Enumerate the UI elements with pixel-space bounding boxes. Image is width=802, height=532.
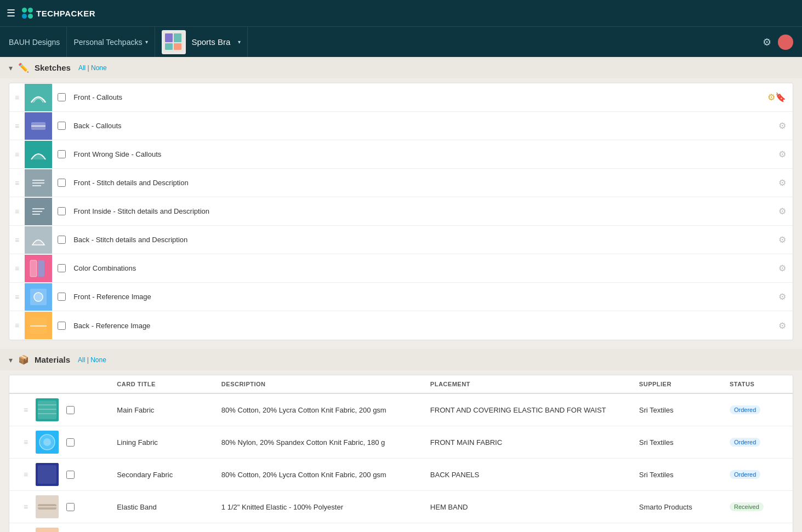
- sketch-checkbox[interactable]: [58, 293, 66, 301]
- drag-handle-icon[interactable]: ≡: [9, 122, 25, 130]
- materials-section-header[interactable]: ▾ 📦 Materials All | None: [0, 349, 802, 370]
- mat-supplier-cell: Smarto Products: [633, 491, 723, 523]
- drag-handle-icon[interactable]: ≡: [9, 236, 25, 244]
- logo-dot-1: [22, 8, 27, 13]
- mat-checkbox[interactable]: [66, 503, 75, 511]
- mat-description-cell: 80% Cotton, 20% Lycra Cotton Knit Fabric…: [215, 393, 424, 426]
- material-row: ≡ Lining Fabric 80% Nylon, 20% Spandex C: [9, 426, 793, 459]
- logo-dot-4: [28, 14, 33, 19]
- drag-handle-icon[interactable]: ≡: [9, 264, 25, 273]
- material-row: ≡ Bra Cups Removable Soft Bra cups - Lig: [9, 523, 793, 533]
- drag-handle-icon[interactable]: ≡: [9, 93, 25, 102]
- sketches-none-link[interactable]: None: [91, 64, 107, 72]
- sketch-settings-button[interactable]: ⚙: [772, 206, 793, 216]
- drag-handle-icon[interactable]: ≡: [9, 179, 25, 187]
- app-name: TECHPACKER: [36, 9, 95, 18]
- status-badge: Ordered: [730, 470, 760, 479]
- sketch-row: ≡ Front Wrong Side - Callouts ⚙: [9, 140, 793, 169]
- sketch-thumb-svg: [27, 285, 50, 308]
- sketch-thumb-svg: [27, 314, 50, 337]
- sketch-settings-button[interactable]: ⚙: [772, 263, 793, 273]
- sketch-row: ≡ Color Combinations ⚙: [9, 254, 793, 283]
- mat-controls-cell: ≡: [9, 459, 110, 491]
- sketches-links: All | None: [78, 64, 107, 72]
- sketch-name: Back - Stitch details and Description: [71, 236, 772, 244]
- mat-status-cell: Ordered: [723, 393, 793, 426]
- sketches-icon: ✏️: [18, 62, 29, 73]
- materials-table: Card Title DESCRIPTION PLACEMENT SUPPLIE…: [9, 375, 793, 532]
- sketches-collapse-icon[interactable]: ▾: [9, 64, 13, 72]
- sketch-settings-button[interactable]: ⚙: [772, 121, 793, 131]
- sketch-row: ≡ Front - Reference Image ⚙: [9, 283, 793, 311]
- mat-placement-cell: ALONG THE FRONT - BETWEEN MAIN FABRIC AN…: [424, 523, 633, 533]
- drag-handle-icon[interactable]: ≡: [9, 207, 25, 216]
- top-nav: ☰ TECHPACKER: [0, 0, 802, 26]
- breadcrumb-actions: ⚙: [763, 35, 793, 50]
- svg-rect-42: [36, 528, 59, 532]
- sketch-settings-button[interactable]: ⚙: [772, 149, 793, 159]
- drag-handle-icon[interactable]: ≡: [9, 321, 25, 330]
- breadcrumb-collection[interactable]: Personal Techpacks ▾: [67, 27, 155, 58]
- drag-handle-icon[interactable]: ≡: [9, 293, 25, 301]
- sketch-checkbox[interactable]: [58, 322, 66, 330]
- mat-drag-handle[interactable]: ≡: [18, 405, 33, 414]
- logo-dot-2: [28, 8, 33, 13]
- status-badge: Ordered: [730, 438, 760, 447]
- sketch-row: ≡ Front - Callouts ⚙🔖: [9, 83, 793, 112]
- collection-chevron-icon: ▾: [145, 39, 148, 45]
- sketch-checkbox[interactable]: [58, 122, 66, 130]
- mat-row-controls: ≡: [14, 428, 106, 456]
- mat-drag-handle[interactable]: ≡: [18, 502, 33, 511]
- sketch-checkbox[interactable]: [58, 236, 66, 244]
- mat-checkbox[interactable]: [66, 471, 75, 479]
- sketch-checkbox[interactable]: [58, 264, 66, 272]
- sketch-checkbox[interactable]: [58, 150, 66, 158]
- logo-icon: [22, 8, 33, 19]
- mat-drag-handle[interactable]: ≡: [18, 438, 33, 447]
- sketch-name: Color Combinations: [71, 264, 772, 272]
- settings-button[interactable]: ⚙: [763, 36, 771, 48]
- mat-supplier-cell: Sri Textiles: [633, 459, 723, 491]
- sketch-checkbox[interactable]: [58, 93, 66, 101]
- mat-name-cell: Secondary Fabric: [110, 459, 215, 491]
- breadcrumb-product[interactable]: Sports Bra ▾: [155, 27, 248, 58]
- mat-controls-cell: ≡: [9, 393, 110, 426]
- logo-dot-3: [22, 14, 27, 19]
- sketch-settings-button[interactable]: ⚙: [772, 291, 793, 302]
- svg-rect-4: [174, 43, 181, 50]
- sketches-title: Sketches: [35, 63, 71, 72]
- sketch-checkbox[interactable]: [58, 207, 66, 215]
- avatar[interactable]: [778, 35, 793, 50]
- sketches-section-header[interactable]: ▾ ✏️ Sketches All | None: [0, 57, 802, 78]
- svg-rect-41: [38, 506, 56, 507]
- mat-thumb-svg: [36, 431, 59, 454]
- breadcrumb-collection-label: Personal Techpacks: [73, 38, 142, 47]
- materials-all-link[interactable]: All: [78, 356, 85, 364]
- sketch-thumbnail: [25, 84, 52, 111]
- sketches-all-link[interactable]: All: [78, 64, 86, 72]
- breadcrumb-company[interactable]: BAUH Designs: [9, 27, 67, 58]
- mat-thumbnail: [36, 463, 59, 486]
- sketch-settings-button[interactable]: ⚙: [772, 234, 793, 245]
- mat-checkbox[interactable]: [66, 406, 75, 414]
- status-badge: Received: [730, 502, 764, 511]
- mat-checkbox[interactable]: [66, 438, 75, 447]
- materials-collapse-icon[interactable]: ▾: [9, 356, 13, 364]
- drag-handle-icon[interactable]: ≡: [9, 150, 25, 159]
- mat-description-cell: Removable Soft Bra cups - Light weight 9…: [215, 523, 424, 533]
- materials-none-link[interactable]: None: [90, 356, 106, 364]
- hamburger-icon[interactable]: ☰: [7, 7, 15, 19]
- breadcrumb-bar: BAUH Designs Personal Techpacks ▾ Sports…: [0, 26, 802, 57]
- sketch-checkbox[interactable]: [58, 179, 66, 187]
- sketch-settings-button[interactable]: ⚙🔖: [761, 92, 793, 102]
- sketch-thumbnail: [25, 283, 52, 311]
- mat-drag-handle[interactable]: ≡: [18, 470, 33, 479]
- sketch-thumbnail: [25, 255, 52, 282]
- material-row: ≡ Elastic Band 1 1/2" Knitted Elastic -: [9, 491, 793, 523]
- mat-name-cell: Bra Cups: [110, 523, 215, 533]
- mat-thumbnail: [36, 495, 59, 518]
- sketch-settings-button[interactable]: ⚙: [772, 321, 793, 331]
- col-placement-header: PLACEMENT: [424, 375, 633, 393]
- mat-controls-cell: ≡: [9, 523, 110, 533]
- sketch-settings-button[interactable]: ⚙: [772, 178, 793, 188]
